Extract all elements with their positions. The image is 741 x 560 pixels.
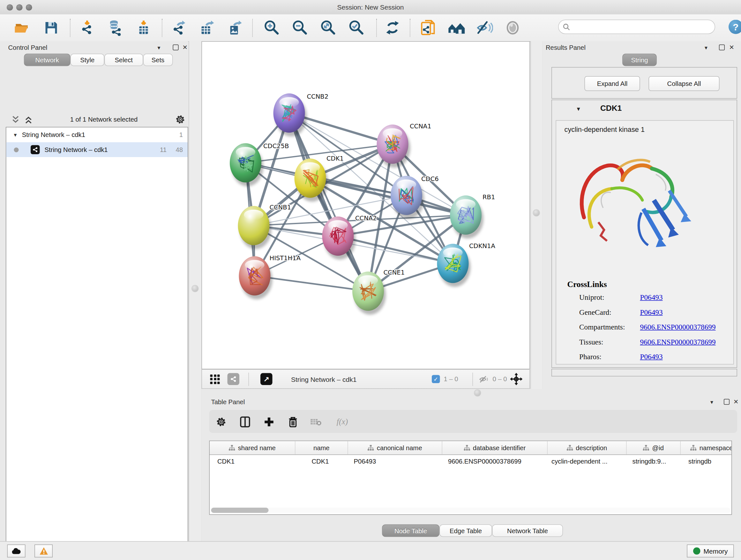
network-node-CDKN1A[interactable]: [437, 244, 471, 287]
collapse-panel-icon[interactable]: ▼: [704, 45, 709, 51]
gray-eye-button[interactable]: [504, 19, 522, 37]
network-share-badge-icon[interactable]: [227, 373, 240, 385]
export-network-button[interactable]: [171, 19, 188, 37]
right-splitter[interactable]: [530, 41, 543, 389]
open-session-button[interactable]: [13, 19, 30, 37]
splitter-handle[interactable]: [533, 210, 540, 216]
expand-all-button[interactable]: Expand All: [585, 76, 640, 91]
zoom-in-button[interactable]: [263, 19, 280, 37]
string-home-button[interactable]: [448, 19, 465, 37]
header-cell[interactable]: shared name: [210, 441, 295, 455]
cloud-status-button[interactable]: [7, 545, 25, 558]
refresh-view-button[interactable]: [384, 19, 401, 37]
import-table-button[interactable]: [135, 19, 152, 37]
header-cell[interactable]: canonical name: [348, 441, 443, 455]
search-box[interactable]: [558, 20, 715, 34]
network-node-CCNB2[interactable]: [273, 94, 307, 137]
delete-column-button[interactable]: [287, 416, 299, 428]
network-row[interactable]: String Network – cdk1 11 48: [6, 142, 188, 158]
export-table-button[interactable]: [198, 19, 215, 37]
gear-icon[interactable]: [175, 115, 185, 125]
crosslink-link[interactable]: 9606.ENSP00000378699: [640, 323, 716, 331]
gene-expander-icon[interactable]: ▼: [576, 106, 581, 112]
network-canvas[interactable]: CCNB2CCNA1CDC25BCDK1CDC6RB1CCNB1CCNA2CDK…: [202, 41, 530, 369]
table-cell[interactable]: P06493: [348, 455, 443, 469]
network-node-CCNE1[interactable]: [352, 272, 386, 315]
table-cell[interactable]: CDK1: [210, 455, 295, 469]
save-session-button[interactable]: [43, 19, 60, 37]
network-node-RB1[interactable]: [450, 195, 483, 239]
network-node-HIST1H1A[interactable]: [239, 256, 273, 300]
network-node-CCNB1[interactable]: [238, 206, 272, 249]
network-node-CDC6[interactable]: [391, 176, 424, 219]
splitter-handle[interactable]: [475, 390, 481, 396]
selected-indicator[interactable]: ✓ 1 – 0: [432, 375, 458, 383]
network-collection-row[interactable]: ▼ String Network – cdk1 1: [6, 127, 188, 142]
float-panel-icon[interactable]: [719, 45, 725, 51]
header-cell[interactable]: @id: [627, 441, 681, 455]
enhance-labels-button[interactable]: [476, 19, 493, 37]
close-panel-icon[interactable]: ✕: [183, 44, 188, 51]
tab-network-table[interactable]: Network Table: [492, 524, 563, 537]
horizontal-scrollbar[interactable]: [211, 508, 731, 513]
crosslink-link[interactable]: 9606.ENSP00000378699: [640, 338, 716, 347]
table-row[interactable]: CDK1CDK1P064939606.ENSP00000378699cyclin…: [210, 455, 731, 469]
float-panel-icon[interactable]: [724, 399, 730, 405]
table-cell[interactable]: stringdb:9...: [627, 455, 681, 469]
float-panel-icon[interactable]: [173, 45, 179, 51]
memory-button[interactable]: Memory: [687, 545, 734, 558]
export-image-button[interactable]: [226, 19, 243, 37]
add-column-button[interactable]: [263, 416, 275, 428]
close-panel-icon[interactable]: ✕: [729, 44, 734, 51]
crosslink-link[interactable]: P06493: [640, 353, 663, 361]
search-input[interactable]: [573, 23, 715, 31]
import-network-file-button[interactable]: [79, 19, 97, 37]
expand-all-icon[interactable]: [24, 115, 33, 124]
network-node-CCNA2[interactable]: [322, 216, 356, 260]
table-cell[interactable]: cyclin-dependent ...: [548, 455, 627, 469]
birdseye-view-button[interactable]: ↗: [260, 373, 273, 385]
header-cell[interactable]: namespace: [681, 441, 732, 455]
show-columns-button[interactable]: [239, 416, 252, 428]
tree-expander-icon[interactable]: ▼: [13, 132, 18, 138]
warnings-button[interactable]: [35, 545, 53, 558]
zoom-out-button[interactable]: [291, 19, 308, 37]
collapse-all-button[interactable]: Collapse All: [649, 76, 720, 91]
scrollbar-thumb[interactable]: [211, 508, 269, 513]
table-settings-button[interactable]: [215, 416, 227, 428]
collection-label: String Network – cdk1: [22, 131, 85, 138]
import-network-from-database-button[interactable]: [107, 19, 125, 37]
network-edges: [246, 113, 466, 291]
header-cell[interactable]: database identifier: [442, 441, 548, 455]
table-cell[interactable]: CDK1: [295, 455, 348, 469]
tab-edge-table[interactable]: Edge Table: [440, 524, 492, 537]
tab-node-table[interactable]: Node Table: [382, 524, 440, 537]
tab-network[interactable]: Network: [24, 54, 71, 66]
string-import-button[interactable]: [419, 19, 436, 37]
collapse-panel-icon[interactable]: ▼: [157, 45, 161, 51]
tab-sets[interactable]: Sets: [143, 54, 173, 66]
header-cell[interactable]: description: [548, 441, 627, 455]
splitter-handle[interactable]: [192, 286, 199, 292]
tab-style[interactable]: Style: [71, 54, 105, 66]
collapse-all-icon[interactable]: [11, 115, 20, 124]
header-cell[interactable]: name: [295, 441, 348, 455]
toolbar-separator: [162, 19, 162, 37]
collapse-panel-icon[interactable]: ▼: [710, 399, 714, 405]
zoom-selected-button[interactable]: [347, 19, 365, 37]
table-cell[interactable]: 9606.ENSP00000378699: [442, 455, 548, 469]
crosslink-link[interactable]: P06493: [640, 293, 663, 302]
horizontal-splitter[interactable]: [202, 389, 741, 396]
help-button[interactable]: ?: [729, 20, 741, 34]
tab-string[interactable]: String: [622, 54, 657, 66]
tab-select[interactable]: Select: [105, 54, 143, 66]
pan-mode-button[interactable]: [510, 373, 523, 386]
left-splitter[interactable]: [189, 41, 202, 541]
hidden-indicator[interactable]: 0 – 0: [479, 375, 507, 383]
collection-count: 1: [179, 131, 183, 138]
close-panel-icon[interactable]: ✕: [733, 398, 738, 406]
crosslink-link[interactable]: P06493: [640, 308, 663, 317]
grid-view-button[interactable]: [210, 374, 220, 384]
table-cell[interactable]: stringdb: [681, 455, 732, 469]
zoom-fit-button[interactable]: [320, 19, 337, 37]
